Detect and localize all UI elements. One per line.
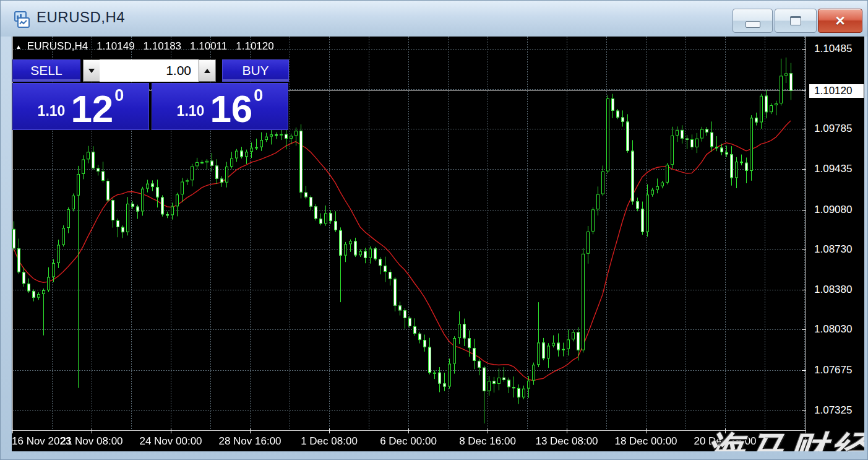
time-axis-label: 8 Dec 16:00	[459, 435, 516, 448]
ohlc-info-row: ▲ EURUSD,H4 1.10149 1.10183 1.10011 1.10…	[15, 40, 283, 53]
ohlc-symbol: EURUSD,H4	[27, 40, 88, 53]
ohlc-open: 1.10149	[97, 40, 134, 53]
time-axis-label: 1 Dec 08:00	[301, 435, 358, 448]
time-axis-tick	[329, 428, 330, 433]
price-axis-label: 1.10485	[814, 43, 852, 54]
time-axis-label: 6 Dec 00:00	[380, 435, 437, 448]
time-axis-tick	[171, 428, 171, 433]
sell-price-pane[interactable]: 1.10 12 0	[12, 83, 149, 130]
watermark-brand: 海马财经	[703, 425, 864, 451]
chart-window-icon[interactable]	[13, 11, 30, 28]
time-axis-label: 18 Dec 00:00	[614, 435, 677, 448]
chevron-down-icon	[88, 69, 95, 73]
minimize-icon	[746, 21, 760, 28]
time-axis-tick	[250, 428, 251, 433]
volume-decrease-button[interactable]	[83, 59, 100, 82]
window-title: EURUSD,H4	[37, 9, 125, 26]
time-axis-tick	[92, 428, 92, 433]
chart-area[interactable]: ▲ EURUSD,H4 1.10149 1.10183 1.10011 1.10…	[12, 37, 864, 451]
price-axis-label: 1.08730	[814, 244, 852, 255]
ohlc-low: 1.10011	[190, 40, 227, 53]
time-axis-label: 21 Nov 08:00	[60, 435, 122, 448]
maximize-button[interactable]	[775, 9, 817, 33]
buy-pipette: 0	[254, 86, 263, 105]
price-axis-label: 1.08380	[814, 284, 852, 295]
volume-increase-button[interactable]	[199, 59, 216, 82]
time-axis-tick	[408, 428, 409, 433]
title-bar[interactable]: EURUSD,H4 ✕	[1, 1, 867, 37]
price-axis-label: 1.07325	[814, 405, 852, 416]
close-button[interactable]: ✕	[818, 9, 862, 33]
chart-window: EURUSD,H4 ✕ ▲ EURUSD,H4 1.10149 1.10183 …	[0, 0, 868, 460]
sell-button[interactable]: SELL	[12, 59, 80, 82]
collapse-panel-icon[interactable]: ▲	[15, 43, 22, 50]
buy-price-pane[interactable]: 1.10 16 0	[152, 83, 288, 130]
time-axis-tick	[646, 428, 647, 433]
price-axis-label: 1.08030	[814, 324, 852, 335]
time-axis-label: 13 Dec 08:00	[535, 435, 598, 448]
current-price-box: 1.10120	[809, 84, 864, 98]
time-axis-tick	[12, 428, 13, 433]
time-axis-tick	[488, 428, 488, 433]
ohlc-high: 1.10183	[144, 40, 181, 53]
price-axis-label: 1.07675	[814, 365, 852, 376]
minimize-button[interactable]	[733, 9, 773, 33]
time-axis-label: 24 Nov 00:00	[139, 435, 202, 448]
maximize-icon	[790, 16, 801, 25]
buy-button[interactable]: BUY	[222, 59, 289, 82]
time-axis-tick	[567, 428, 567, 433]
time-axis[interactable]: 16 Nov 202321 Nov 08:0024 Nov 00:0028 No…	[12, 430, 806, 451]
price-axis[interactable]: 1.10120 1.104851.097851.094351.090801.08…	[806, 37, 864, 451]
buy-big-figure: 1.10	[177, 103, 205, 119]
price-axis-label: 1.09785	[814, 123, 852, 134]
price-axis-label: 1.09080	[814, 204, 852, 215]
chevron-up-icon	[204, 69, 210, 73]
one-click-trading-panel: SELL BUY 1.10 12 0 1.10 16 0	[12, 59, 289, 130]
ohlc-close: 1.10120	[236, 40, 273, 53]
volume-input[interactable]	[100, 59, 199, 82]
sell-big-figure: 1.10	[38, 103, 66, 119]
time-axis-label: 28 Nov 16:00	[218, 435, 281, 448]
sell-pipette: 0	[114, 86, 124, 105]
price-axis-label: 1.09435	[814, 163, 852, 175]
sell-pips: 12	[71, 94, 113, 124]
buy-pips: 16	[210, 94, 252, 124]
close-icon: ✕	[835, 14, 846, 27]
